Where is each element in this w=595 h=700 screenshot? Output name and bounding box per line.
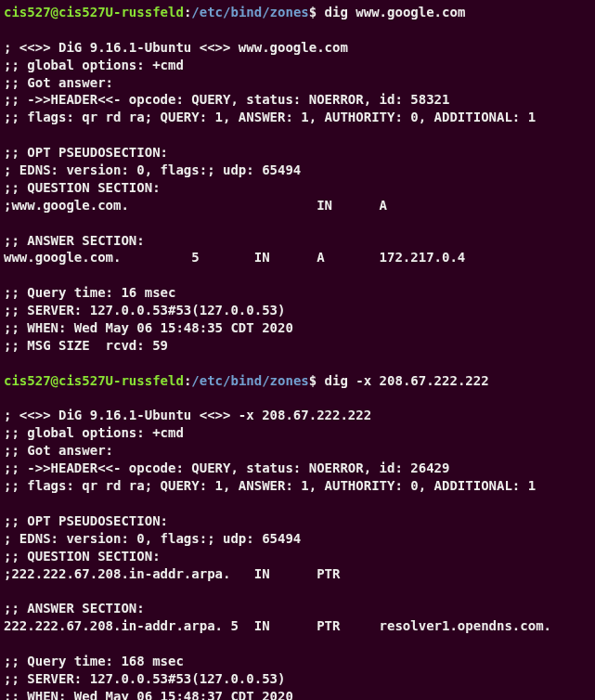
prompt-user-2: cis527@cis527U-russfeld <box>4 373 184 388</box>
output-1: ; <<>> DiG 9.16.1-Ubuntu <<>> www.google… <box>4 40 536 353</box>
prompt-path-1: /etc/bind/zones <box>191 5 308 19</box>
prompt-dollar-2: $ <box>309 373 325 388</box>
command-1[interactable]: dig www.google.com <box>325 5 466 19</box>
prompt-path-2: /etc/bind/zones <box>191 373 308 388</box>
prompt-dollar-1: $ <box>309 5 325 19</box>
command-2[interactable]: dig -x 208.67.222.222 <box>325 373 489 388</box>
output-2: ; <<>> DiG 9.16.1-Ubuntu <<>> -x 208.67.… <box>4 408 551 700</box>
prompt-user-1: cis527@cis527U-russfeld <box>4 5 184 19</box>
